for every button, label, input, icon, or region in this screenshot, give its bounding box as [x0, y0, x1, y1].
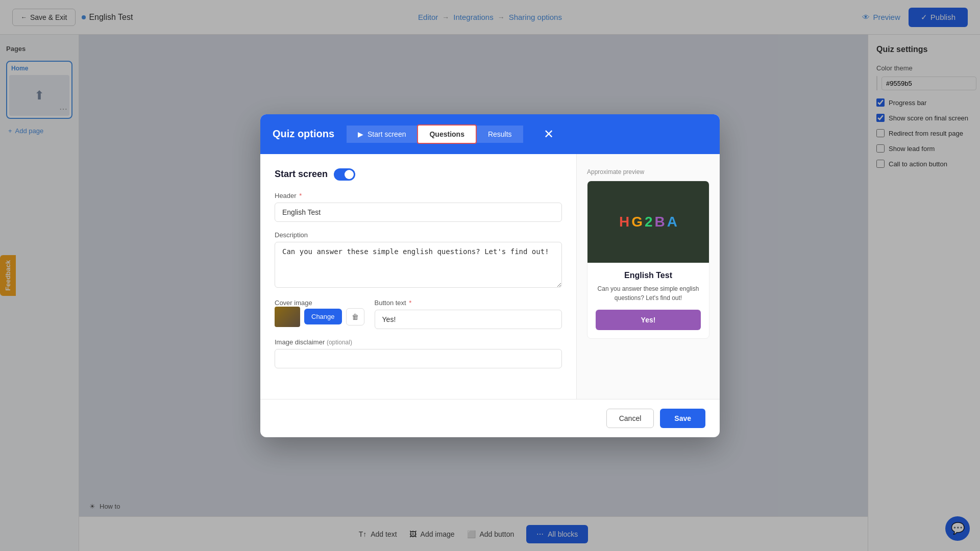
button-text-input[interactable] — [375, 310, 562, 329]
preview-title: English Test — [596, 271, 701, 280]
modal-header: Quiz options ▶ Start screen Questions Re… — [260, 114, 720, 154]
tab-start-screen[interactable]: ▶ Start screen — [347, 126, 417, 143]
start-screen-toggle[interactable] — [334, 168, 355, 181]
cover-button-row: Cover image Change 🗑 Button text — [275, 299, 562, 329]
cover-image-section: Cover image Change 🗑 — [275, 299, 364, 327]
cover-image-area: Change 🗑 — [275, 307, 364, 327]
tab-questions[interactable]: Questions — [417, 124, 476, 144]
header-required: * — [299, 192, 302, 199]
modal-footer: Cancel Save — [260, 399, 720, 437]
description-textarea[interactable]: Can you answer these simple english ques… — [275, 242, 562, 288]
button-text-section: Button text * — [375, 299, 562, 329]
letters-decoration: H G 2 B A — [587, 181, 709, 263]
start-screen-header: Start screen — [275, 168, 562, 181]
header-label: Header * — [275, 192, 562, 199]
modal-preview: Approximate preview H G 2 B A English Te… — [577, 154, 720, 399]
optional-label: (optional) — [327, 339, 352, 346]
preview-image: H G 2 B A — [587, 181, 709, 263]
image-disclaimer-group: Image disclaimer (optional) — [275, 338, 562, 368]
button-text-label: Button text * — [375, 299, 562, 307]
modal-form: Start screen Header * Description Can yo… — [260, 154, 577, 399]
change-cover-button[interactable]: Change — [304, 309, 342, 324]
image-disclaimer-input[interactable] — [275, 349, 562, 368]
preview-description: Can you answer these simple english ques… — [596, 284, 701, 303]
start-screen-title: Start screen — [275, 169, 328, 180]
modal-overlay: Quiz options ▶ Start screen Questions Re… — [0, 0, 980, 551]
cover-thumb-img — [275, 307, 300, 327]
description-form-group: Description Can you answer these simple … — [275, 231, 562, 290]
modal-close-button[interactable]: ✕ — [544, 128, 554, 140]
cancel-button[interactable]: Cancel — [606, 409, 654, 428]
image-disclaimer-label: Image disclaimer (optional) — [275, 338, 562, 346]
header-input[interactable] — [275, 203, 562, 222]
button-text-required: * — [409, 299, 411, 307]
save-button[interactable]: Save — [660, 409, 705, 428]
preview-content: English Test Can you answer these simple… — [587, 263, 709, 338]
cover-image-label: Cover image — [275, 299, 364, 307]
modal-body: Start screen Header * Description Can yo… — [260, 154, 720, 399]
tab-results[interactable]: Results — [477, 126, 523, 143]
tab-arrow-1: ▶ — [358, 130, 363, 138]
preview-card: H G 2 B A English Test Can you answer th… — [587, 181, 709, 339]
preview-label: Approximate preview — [587, 168, 709, 176]
cover-thumbnail — [275, 307, 300, 327]
delete-cover-button[interactable]: 🗑 — [346, 308, 364, 325]
header-form-group: Header * — [275, 192, 562, 222]
description-label: Description — [275, 231, 562, 239]
modal-title: Quiz options — [273, 128, 334, 140]
quiz-options-modal: Quiz options ▶ Start screen Questions Re… — [260, 114, 720, 437]
modal-tabs: ▶ Start screen Questions Results — [347, 124, 523, 144]
preview-cta-button[interactable]: Yes! — [596, 310, 701, 330]
